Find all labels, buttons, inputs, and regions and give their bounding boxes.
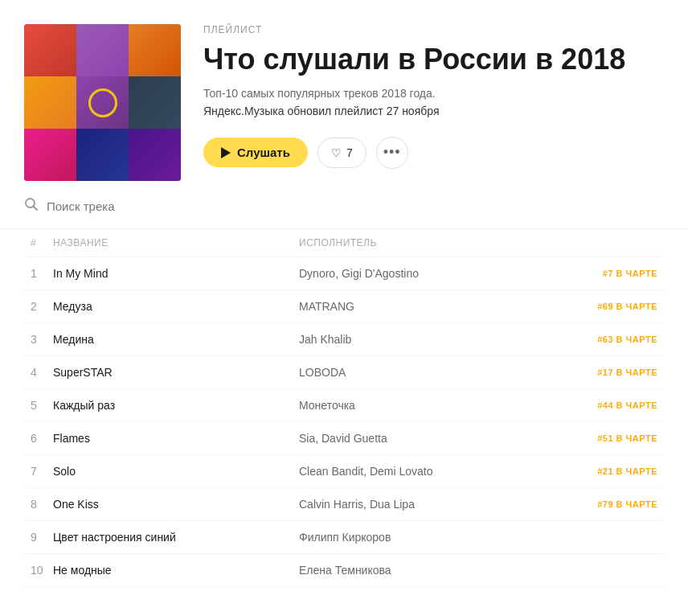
col-name: Название [53,237,299,248]
track-num: 10 [31,564,53,577]
track-num: 9 [31,531,53,544]
cover-cell-3 [129,24,181,76]
cover-cell-6 [129,76,181,129]
cover-cell-9 [129,129,181,181]
track-chart: #51 В ЧАРТЕ [545,433,657,443]
heart-icon: ♡ [331,146,342,159]
track-chart: #7 В ЧАРТЕ [545,269,657,278]
playlist-type-label: ПЛЕЙЛИСТ [203,24,664,35]
track-artist: Филипп Киркоров [299,531,545,544]
cover-cell-5 [76,76,129,129]
search-input[interactable] [47,199,207,213]
track-row[interactable]: 9 Цвет настроения синий Филипп Киркоров [24,521,664,554]
playlist-updated: Яндекс.Музыка обновил плейлист 27 ноября [203,105,664,117]
track-artist: LOBODA [299,366,545,379]
track-artist: Jah Khalib [299,333,545,346]
playlist-cover [24,24,181,181]
track-list-header: # Название Исполнитель [24,229,664,257]
track-num: 3 [31,333,53,346]
track-num: 1 [31,267,53,280]
track-list: # Название Исполнитель 1 In My Mind Dyno… [0,229,688,587]
track-name: Solo [53,465,299,478]
updated-date: обновил плейлист 27 ноября [285,105,440,117]
col-num: # [31,237,53,248]
playlist-title: Что слушали в России в 2018 [203,43,664,76]
track-row[interactable]: 3 Медина Jah Khalib #63 В ЧАРТЕ [24,323,664,356]
playlist-info: ПЛЕЙЛИСТ Что слушали в России в 2018 Топ… [203,24,664,169]
track-num: 5 [31,399,53,412]
track-row[interactable]: 7 Solo Clean Bandit, Demi Lovato #21 В Ч… [24,455,664,488]
cover-cell-1 [24,24,76,76]
like-count: 7 [346,146,353,159]
track-artist: Монеточка [299,399,545,412]
track-name: Не модные [53,564,299,577]
track-num: 6 [31,432,53,445]
track-row[interactable]: 4 SuperSTAR LOBODA #17 В ЧАРТЕ [24,356,664,389]
more-icon: ••• [383,144,401,161]
col-artist: Исполнитель [299,237,545,248]
track-row[interactable]: 6 Flames Sia, David Guetta #51 В ЧАРТЕ [24,422,664,455]
track-name: Медина [53,333,299,346]
track-artist: Sia, David Guetta [299,432,545,445]
like-button[interactable]: ♡ 7 [317,138,367,168]
col-chart [545,237,657,248]
track-row[interactable]: 1 In My Mind Dynoro, Gigi D'Agostino #7 … [24,257,664,290]
track-chart: #44 В ЧАРТЕ [545,400,657,410]
track-artist: Calvin Harris, Dua Lipa [299,498,545,511]
track-artist: Dynoro, Gigi D'Agostino [299,267,545,280]
track-row[interactable]: 2 Медуза MATRANG #69 В ЧАРТЕ [24,290,664,323]
track-row[interactable]: 5 Каждый раз Монеточка #44 В ЧАРТЕ [24,389,664,422]
svg-line-1 [34,207,38,211]
track-chart: #79 В ЧАРТЕ [545,499,657,509]
playlist-description: Топ-10 самых популярных треков 2018 года… [203,87,664,100]
cover-cell-7 [24,129,76,181]
play-button[interactable]: Слушать [203,138,308,167]
track-chart: #63 В ЧАРТЕ [545,335,657,344]
cover-cell-8 [76,129,129,181]
track-name: Flames [53,432,299,445]
actions-bar: Слушать ♡ 7 ••• [203,137,664,169]
track-chart: #17 В ЧАРТЕ [545,368,657,377]
track-num: 7 [31,465,53,478]
tracks-container: 1 In My Mind Dynoro, Gigi D'Agostino #7 … [24,257,664,587]
track-num: 8 [31,498,53,511]
track-name: Цвет настроения синий [53,531,299,544]
cover-cell-4 [24,76,76,129]
track-artist: Clean Bandit, Demi Lovato [299,465,545,478]
track-row[interactable]: 8 One Kiss Calvin Harris, Dua Lipa #79 В… [24,488,664,521]
more-button[interactable]: ••• [376,137,408,169]
track-num: 4 [31,366,53,379]
play-icon [221,147,231,158]
cover-cell-2 [76,24,129,76]
track-name: SuperSTAR [53,366,299,379]
track-name: One Kiss [53,498,299,511]
track-num: 2 [31,300,53,313]
track-row[interactable]: 10 Не модные Елена Темникова [24,554,664,587]
track-name: In My Mind [53,267,299,280]
track-chart: #69 В ЧАРТЕ [545,302,657,311]
track-artist: Елена Темникова [299,564,545,577]
track-chart: #21 В ЧАРТЕ [545,466,657,476]
track-artist: MATRANG [299,300,545,313]
track-name: Каждый раз [53,399,299,412]
search-section [0,197,688,229]
search-icon [24,197,39,216]
track-name: Медуза [53,300,299,313]
updated-source: Яндекс.Музыка [203,105,285,117]
play-label: Слушать [237,146,290,159]
header-section: ПЛЕЙЛИСТ Что слушали в России в 2018 Топ… [0,0,688,197]
